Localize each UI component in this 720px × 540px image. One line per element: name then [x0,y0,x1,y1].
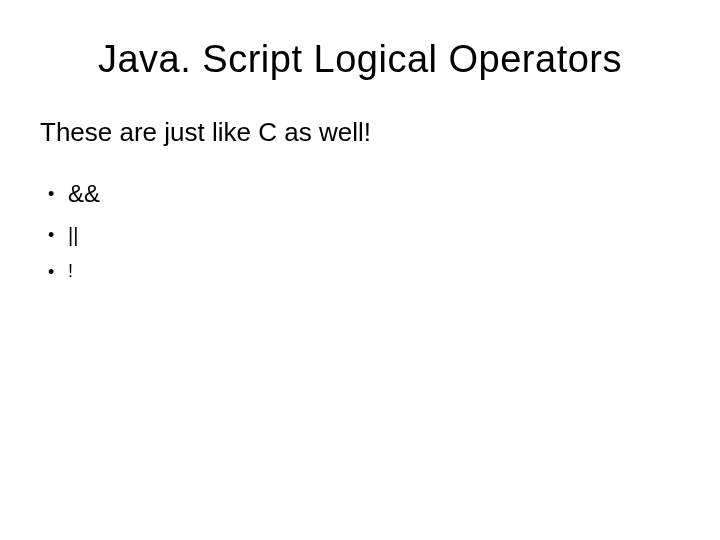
list-item-text: || [68,220,78,250]
list-item: • ! [48,258,680,285]
bullet-dot-icon: • [48,263,68,281]
slide-subtitle: These are just like C as well! [40,117,680,148]
list-item-text: ! [68,258,73,285]
bullet-dot-icon: • [48,226,68,244]
slide-title: Java. Script Logical Operators [40,38,680,81]
list-item: • && [48,176,680,212]
list-item: • || [48,220,680,250]
bullet-dot-icon: • [48,185,68,203]
list-item-text: && [68,176,100,212]
slide: Java. Script Logical Operators These are… [0,0,720,540]
bullet-list: • && • || • ! [40,176,680,285]
